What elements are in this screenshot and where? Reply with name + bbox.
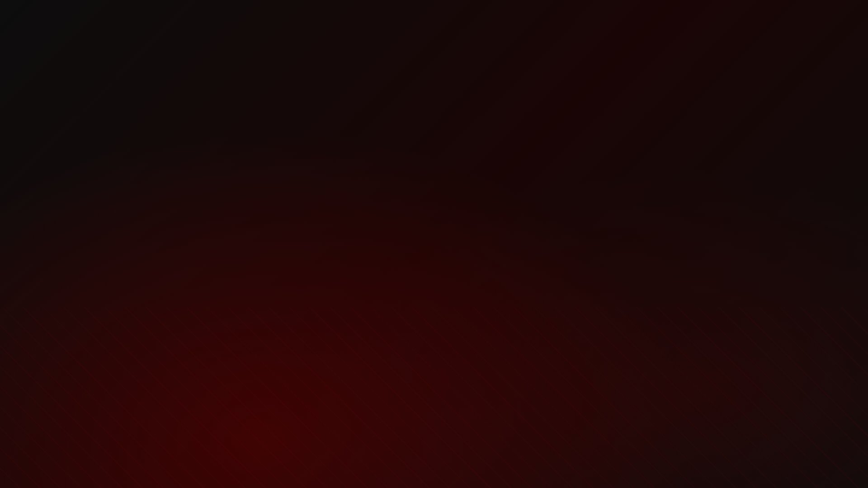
main-wrapper: ROG UEFI BIOS Utility - Advanced Mode 01… bbox=[0, 0, 868, 488]
bg-lines bbox=[0, 307, 868, 488]
